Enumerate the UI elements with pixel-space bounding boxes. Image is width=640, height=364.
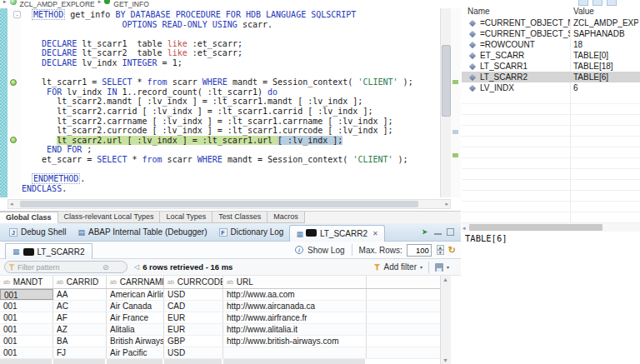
table-cell[interactable]: AA [53,289,107,300]
variable-row-_rowcount[interactable]: =ROWCOUNT18 [462,39,640,50]
max-rows-input[interactable] [407,244,432,257]
table-cell[interactable]: EUR [164,324,223,335]
code-line[interactable]: ENDMETHOD. [22,174,440,184]
class-tab-macros[interactable]: Macros [268,212,305,223]
table-cell[interactable]: AZ [53,324,107,335]
table-cell[interactable]: http://www.airfrance.fr [223,312,367,323]
code-line[interactable]: DECLARE lv_indx INTEGER = 1; [22,58,440,68]
view-tab-debug-shell[interactable]: JDebug Shell [3,225,72,239]
table-row[interactable]: 001BABritish AirwaysGBPhttp://www.britis… [0,336,440,347]
code-line[interactable]: lt_scarr2.url [ :lv_indx ] = :lt_scarr1.… [22,136,440,146]
scroll-left-icon[interactable]: ◂ [10,201,13,207]
code-line[interactable]: et_scarr = SELECT * from scarr WHERE man… [22,155,440,165]
table-cell[interactable]: Air Pacific [107,347,164,358]
table-row[interactable]: 001AFAir FranceEURhttp://www.airfrance.f… [0,312,440,324]
export-save-icon[interactable] [435,263,443,272]
column-header-carrid[interactable]: abCARRID [53,276,107,288]
code-line[interactable]: DECLARE lt_scarr2 table like :et_scarr; [22,48,440,58]
minimize-icon[interactable] [434,229,442,235]
table-cell[interactable]: http://www.alitalia.it [223,324,367,335]
table-cell[interactable]: AF [53,312,107,323]
code-line[interactable]: ENDCLASS. [22,184,440,194]
result-subtab[interactable]: ▦ LT_SCARR2 [5,243,92,260]
refresh-icon[interactable]: ↻ [448,245,456,256]
table-cell[interactable]: http://www.british-airways.com [223,336,367,347]
toolbar-icon[interactable] [592,0,602,6]
table-cell[interactable]: 001 [0,301,53,312]
scroll-up-icon[interactable]: ▲ [442,277,448,282]
breadcrumb-class[interactable]: ZCL_AMDP_EXPLORE [20,0,95,8]
add-filter-dropdown-icon[interactable]: ▾ [420,264,422,270]
code-line[interactable]: lt_scarr1 = SELECT * from scarr WHERE ma… [22,77,440,87]
variable-row-_current_object_schem[interactable]: =CURRENT_OBJECT_SCHEMSAPHANADB [462,28,640,39]
overview-marker[interactable] [452,80,458,84]
table-cell[interactable]: FJ [53,347,107,358]
column-header-carrname[interactable]: abCARRNAME [107,276,164,288]
variable-row-_current_object_name[interactable]: =CURRENT_OBJECT_NAMEZCL_AMDP_EXPLORE=>G [462,17,640,28]
table-cell[interactable]: British Airways [107,336,164,347]
view-tab-abap-internal-table-debugger-[interactable]: ▤ABAP Internal Table (Debugger) [72,225,212,239]
table-row[interactable]: 001ACAir CanadaCADhttp://www.aircanada.c… [0,301,440,312]
view-tab-lt-scarr2[interactable]: ▦LT_SCARR2✕ [289,225,384,242]
column-header-url[interactable]: abURL [223,276,367,288]
variables-horizontal-scrollbar[interactable]: ◂ [462,223,640,232]
toolbar-icon[interactable] [578,0,588,6]
table-cell[interactable]: BA [53,336,107,347]
toolbar-icon[interactable] [607,0,617,6]
table-cell[interactable]: GBP [164,336,223,347]
table-cell[interactable]: CAD [164,301,223,312]
code-line[interactable]: FOR lv_indx IN 1..record_count( :lt_scar… [22,87,440,97]
export-dropdown-icon[interactable]: ▾ [447,264,449,270]
table-cell[interactable]: 001 [0,312,53,323]
close-icon[interactable]: ✕ [372,230,378,237]
fold-collapse-icon[interactable]: - [13,11,21,18]
grid-vertical-scrollbar[interactable]: ▲ ▼ [440,276,451,364]
code-line[interactable]: END FOR ; [22,145,440,155]
add-filter-button[interactable]: Add filter [384,262,417,272]
scrollbar-thumb[interactable] [469,224,602,231]
table-cell[interactable]: AC [53,301,107,312]
view-tab-dictionary-log[interactable]: FDictionary Log [213,225,290,239]
scrollbar-thumb[interactable] [442,45,451,117]
table-cell[interactable]: Alitalia [107,324,164,335]
table-cell[interactable]: American Airlines [107,289,164,300]
table-row[interactable]: 001AAAmerican AirlinesUSDhttp://www.aa.c… [0,289,440,301]
table-cell[interactable]: http://www.aa.com [223,289,367,300]
editor-vertical-scrollbar[interactable] [440,8,451,197]
class-tab-class-relevant-local-types[interactable]: Class-relevant Local Types [58,212,161,223]
editor-overview-ruler[interactable] [451,8,461,197]
table-cell[interactable]: USD [164,347,223,358]
value-column-header[interactable]: Value [573,7,594,16]
code-editor[interactable]: METHOD get_info BY DATABASE PROCEDURE FO… [0,8,461,211]
code-line[interactable]: METHOD get_info BY DATABASE PROCEDURE FO… [22,10,440,20]
editor-horizontal-scrollbar[interactable]: ◂ ▸ [8,199,451,209]
scroll-right-icon[interactable]: ▸ [445,201,448,207]
table-cell[interactable]: 001 [0,336,53,347]
table-cell[interactable]: EUR [164,312,223,323]
code-line[interactable] [22,29,440,39]
code-line[interactable]: OPTIONS READ-ONLY USING scarr. [22,20,440,30]
table-cell[interactable] [223,347,367,358]
variable-row-lv_indx[interactable]: LV_INDX6 [462,82,640,93]
class-tab-global-class[interactable]: Global Class [0,212,58,223]
variable-row-et_scarr[interactable]: ET_SCARRTABLE[0] [462,50,640,61]
clear-filter-icon[interactable]: ⊘ [102,263,109,272]
column-header-currcode[interactable]: abCURRCODE [164,276,223,288]
maximize-icon[interactable] [447,228,454,236]
variable-row-lt_scarr2[interactable]: LT_SCARR2TABLE[6] [462,72,640,82]
show-log-button[interactable]: Show Log [308,246,344,255]
filter-pattern-input[interactable] [15,263,102,272]
table-cell[interactable]: 001 [0,289,53,300]
table-cell[interactable]: 001 [0,324,53,335]
overview-marker[interactable] [452,130,458,134]
breakpoint-marker-icon[interactable] [10,79,17,86]
filter-field[interactable]: ⊘ [4,261,128,273]
code-line[interactable]: lt_scarr2.mandt [ :lv_indx ] = :lt_scarr… [22,97,440,107]
code-line[interactable] [22,68,440,78]
scroll-down-icon[interactable]: ▼ [442,357,448,363]
table-cell[interactable]: Air France [107,312,164,323]
variable-row-lt_scarr1[interactable]: LT_SCARR1TABLE[18] [462,61,640,72]
scrollbar-thumb[interactable] [20,201,418,207]
code-line[interactable]: lt_scarr2.currcode [ :lv_indx ] = :lt_sc… [22,126,440,136]
table-row[interactable]: 001AZAlitaliaEURhttp://www.alitalia.it [0,324,440,336]
